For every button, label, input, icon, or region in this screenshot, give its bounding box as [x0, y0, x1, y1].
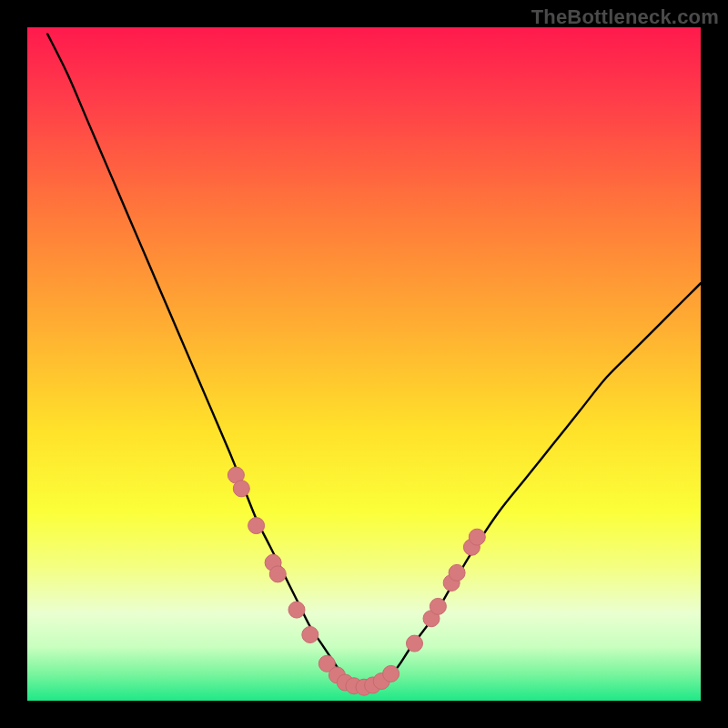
curve-marker — [269, 566, 286, 582]
bottleneck-chart — [27, 27, 701, 701]
chart-frame: TheBottleneck.com — [0, 0, 728, 728]
curve-marker — [302, 626, 318, 642]
curve-marker — [383, 665, 399, 682]
curve-marker — [469, 529, 485, 545]
curve-marker — [248, 518, 265, 534]
curve-marker — [233, 480, 249, 497]
plot-area — [27, 27, 701, 701]
curve-marker — [449, 564, 465, 581]
gradient-background — [27, 27, 701, 701]
curve-marker — [407, 635, 423, 652]
watermark-text: TheBottleneck.com — [531, 5, 719, 29]
curve-marker — [288, 602, 305, 618]
curve-marker — [430, 598, 446, 614]
